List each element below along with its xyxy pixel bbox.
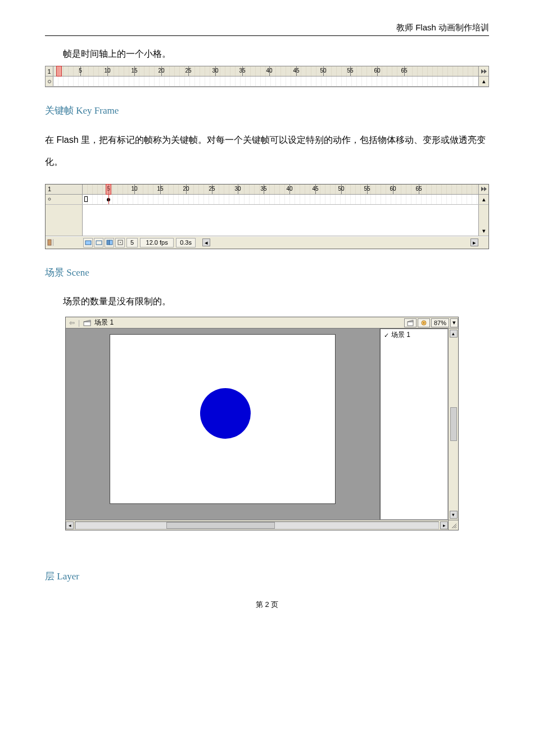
ruler-track[interactable]: 5101520253035404550556065 (83, 184, 478, 194)
svg-rect-3 (85, 241, 91, 245)
svg-rect-10 (408, 322, 413, 326)
current-frame-field[interactable]: 5 (126, 238, 138, 248)
para-scene: 场景的数量是没有限制的。 (45, 291, 489, 311)
svg-point-0 (48, 80, 51, 83)
blue-circle-shape[interactable] (200, 388, 251, 439)
track-handle[interactable] (46, 76, 53, 86)
blank-keyframe-marker[interactable] (84, 196, 88, 202)
ruler-tick-label: 30 (234, 186, 241, 192)
stage-viewport[interactable] (66, 328, 379, 520)
scroll-up-icon[interactable] (478, 195, 488, 204)
elapsed-field[interactable]: 0.3s (176, 238, 196, 248)
scroll-left-icon[interactable] (66, 521, 74, 529)
edit-scene-icon[interactable] (404, 318, 417, 327)
scroll-down-icon[interactable] (478, 205, 488, 236)
scroll-right-icon[interactable] (440, 521, 448, 529)
ruler-start-cell: 1 (46, 66, 53, 76)
track-body[interactable] (53, 76, 478, 86)
track-body[interactable] (83, 195, 478, 204)
onion-markers-icon[interactable] (115, 238, 125, 248)
vertical-scrollbar[interactable] (448, 328, 458, 520)
ruler-tick-label: 25 (209, 186, 215, 192)
scene-clapper-icon (83, 320, 91, 326)
svg-point-12 (423, 322, 424, 323)
track-left-gutter (46, 195, 83, 204)
ruler-tick-label: 20 (158, 68, 164, 74)
breadcrumb-scene-label[interactable]: 场景 1 (94, 318, 114, 327)
intro-text: 帧是时间轴上的一个小格。 (45, 44, 489, 64)
playhead[interactable] (106, 184, 111, 195)
resize-corner-icon[interactable] (448, 520, 458, 530)
ruler-start-cell: 1 (46, 184, 83, 194)
fps-field[interactable]: 12.0 fps (140, 238, 174, 248)
svg-rect-6 (110, 240, 112, 245)
layer-gutter (46, 205, 83, 236)
edit-symbol-icon[interactable] (418, 318, 430, 327)
ruler-end-button[interactable] (478, 66, 488, 76)
ruler-tick-label: 20 (183, 186, 189, 192)
ruler-tick-label: 40 (266, 68, 272, 74)
ruler-tick-label: 50 (338, 186, 344, 192)
scroll-thumb[interactable] (450, 407, 457, 441)
ruler-tick-label: 40 (286, 186, 292, 192)
ruler-track[interactable]: 5101520253035404550556065 (53, 66, 478, 76)
ruler-tick-label: 30 (212, 68, 218, 74)
svg-rect-2 (48, 240, 51, 245)
toolbar-handle[interactable] (46, 239, 53, 246)
svg-rect-5 (107, 240, 110, 245)
ruler-tick-label: 50 (320, 68, 326, 74)
edit-multiple-frames-icon[interactable] (105, 238, 114, 248)
scroll-down-icon[interactable] (450, 511, 458, 519)
breadcrumb-separator: | (78, 319, 80, 327)
playhead-line (108, 195, 109, 204)
svg-point-1 (48, 198, 51, 200)
heading-keyframe: 关键帧 Key Frame (45, 104, 489, 117)
ruler-tick-label: 10 (104, 68, 110, 74)
ruler-tick-label: 15 (157, 186, 163, 192)
scroll-up-icon[interactable] (450, 330, 458, 338)
svg-point-8 (120, 242, 121, 243)
back-icon[interactable]: ⇦ (69, 319, 75, 327)
scene-list-item[interactable]: 场景 1 (381, 329, 447, 341)
svg-rect-9 (84, 322, 90, 326)
zoom-dropdown-icon[interactable] (450, 318, 458, 327)
ruler-tick-label: 10 (131, 186, 137, 192)
scroll-up-icon[interactable] (478, 76, 488, 86)
ruler-tick-label: 25 (185, 68, 191, 74)
hscroll-track[interactable] (75, 521, 439, 529)
ruler-tick-label: 45 (293, 68, 299, 74)
heading-scene: 场景 Scene (45, 266, 489, 279)
ruler-tick-label: 60 (374, 68, 380, 74)
hscroll-right-icon[interactable] (470, 238, 478, 246)
ruler-tick-label: 60 (390, 186, 396, 192)
horizontal-scrollbar[interactable] (66, 520, 448, 530)
ruler-tick-label: 55 (347, 68, 353, 74)
page-header: 教师 Flash 动画制作培训 (45, 22, 489, 33)
ruler-end-button[interactable] (478, 184, 488, 194)
breadcrumb: ⇦ | 场景 1 (66, 317, 403, 328)
layer-area[interactable] (83, 205, 478, 236)
ruler-tick-label: 5 (79, 68, 82, 74)
scene-list-item-label: 场景 1 (391, 330, 410, 340)
playhead[interactable] (56, 66, 62, 76)
onion-skin-outline-icon[interactable] (94, 238, 103, 248)
ruler-tick-label: 15 (131, 68, 137, 74)
onion-skin-icon[interactable] (83, 238, 93, 248)
ruler-tick-label: 65 (401, 68, 407, 74)
hscroll-thumb[interactable] (166, 522, 275, 529)
hscroll-left-icon[interactable] (202, 238, 210, 246)
check-icon (384, 331, 389, 339)
para-keyframe: 在 Flash 里，把有标记的帧称为关键帧。对每一个关键帧可以设定特别的动作，包… (45, 129, 489, 173)
timeline-toolbar: 5 12.0 fps 0.3s (46, 236, 488, 249)
ruler-tick-label: 35 (239, 68, 245, 74)
heading-layer: 层 Layer (45, 570, 489, 583)
ruler-tick-label: 35 (260, 186, 266, 192)
scene-list-panel: 场景 1 (379, 328, 448, 520)
zoom-field[interactable]: 87% (431, 318, 449, 327)
ruler-tick-label: 55 (364, 186, 370, 192)
ruler-tick-label: 45 (312, 186, 318, 192)
timeline-ruler-1: 1 5101520253035404550556065 (45, 66, 489, 87)
scene-editor-panel: ⇦ | 场景 1 87% (65, 317, 459, 530)
stage-canvas[interactable] (110, 334, 336, 504)
svg-rect-4 (96, 241, 102, 245)
